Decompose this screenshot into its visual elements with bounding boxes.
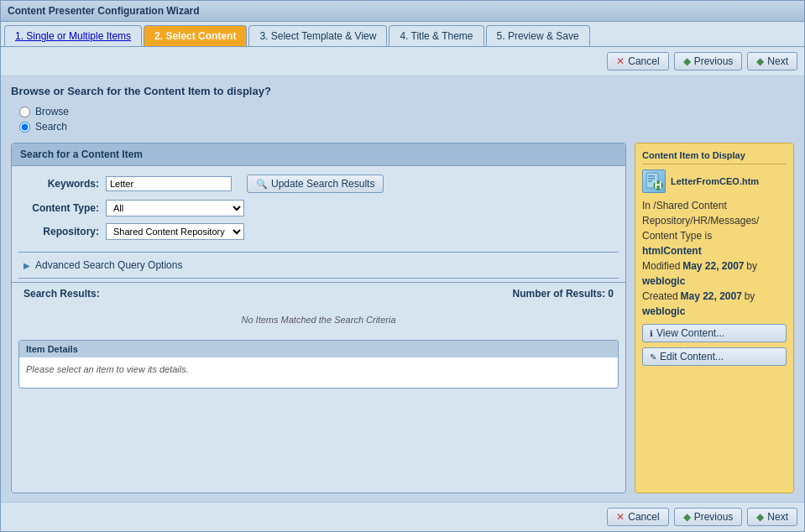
search-icon: 🔍: [256, 179, 268, 190]
tab-select-content[interactable]: 2. Select Content: [144, 25, 247, 46]
search-radio[interactable]: [19, 122, 30, 133]
svg-text:H: H: [655, 180, 662, 190]
content-item-panel: Content Item to Display H LetterFromCEO.…: [635, 143, 794, 493]
main-content: Browse or Search for the Content Item to…: [1, 76, 804, 502]
next-icon: ◆: [756, 55, 764, 67]
results-count: Number of Results: 0: [513, 288, 614, 300]
prev-icon: ◆: [683, 55, 691, 67]
info-icon: ℹ: [650, 329, 653, 338]
top-cancel-button[interactable]: ✕ Cancel: [607, 52, 668, 70]
content-type-select[interactable]: All: [106, 200, 244, 216]
content-type-label: Content Type:: [24, 202, 99, 214]
wizard-tabs: 1. Single or Multiple Items 2. Select Co…: [1, 22, 804, 47]
tab-preview-save[interactable]: 5. Preview & Save: [486, 25, 590, 46]
edit-icon: ✎: [650, 352, 656, 362]
wizard-title: Content Presenter Configuration Wizard: [8, 5, 200, 17]
bottom-previous-button[interactable]: ◆ Previous: [674, 508, 743, 526]
bottom-prev-icon: ◆: [683, 511, 691, 523]
tab-select-template[interactable]: 3. Select Template & View: [248, 25, 387, 46]
bottom-next-icon: ◆: [756, 511, 764, 523]
search-radio-label[interactable]: Search: [19, 121, 794, 133]
divider-2: [18, 278, 619, 279]
bottom-cancel-button[interactable]: ✕ Cancel: [607, 508, 668, 526]
bottom-cancel-icon: ✕: [616, 511, 625, 523]
browse-search-question: Browse or Search for the Content Item to…: [11, 85, 794, 97]
top-action-bar: ✕ Cancel ◆ Previous ◆ Next: [1, 47, 804, 76]
repository-label: Repository:: [24, 226, 99, 237]
repository-row: Repository: Shared Content Repository: [24, 223, 614, 240]
bottom-action-bar: ✕ Cancel ◆ Previous ◆ Next: [1, 502, 804, 531]
repository-select[interactable]: Shared Content Repository: [106, 223, 244, 240]
file-icon: H: [642, 170, 666, 193]
view-content-button[interactable]: ℹ View Content...: [642, 324, 787, 342]
wizard-title-bar: Content Presenter Configuration Wizard: [1, 1, 804, 22]
cancel-icon: ✕: [616, 55, 625, 67]
edit-content-button[interactable]: ✎ Edit Content...: [642, 347, 787, 366]
content-file-row: H LetterFromCEO.htm: [642, 170, 787, 193]
wizard-container: Content Presenter Configuration Wizard 1…: [0, 0, 805, 532]
radio-group: Browse Search: [11, 106, 794, 133]
tab-single-multiple[interactable]: 1. Single or Multiple Items: [4, 25, 142, 46]
search-results-header: Search Results: Number of Results: 0: [12, 282, 625, 305]
item-details-header: Item Details: [19, 341, 618, 357]
top-previous-button[interactable]: ◆ Previous: [674, 52, 743, 70]
browse-radio[interactable]: [19, 107, 30, 117]
advanced-arrow-icon: ▶: [24, 261, 30, 270]
content-type-row: Content Type: All: [24, 200, 614, 216]
file-svg-icon: H: [645, 172, 663, 190]
two-col-layout: Search for a Content Item Keywords: 🔍 Up…: [11, 143, 794, 493]
content-panel-header: Content Item to Display: [642, 150, 787, 164]
keywords-input[interactable]: [106, 176, 232, 191]
search-panel-header: Search for a Content Item: [12, 143, 625, 166]
search-panel: Search for a Content Item Keywords: 🔍 Up…: [11, 143, 626, 493]
content-filename: LetterFromCEO.htm: [671, 176, 759, 186]
no-results-message: No Items Matched the Search Criteria: [12, 305, 625, 335]
browse-radio-label[interactable]: Browse: [19, 106, 794, 117]
keywords-label: Keywords:: [24, 178, 99, 190]
advanced-search-toggle[interactable]: ▶ Advanced Search Query Options: [12, 256, 625, 274]
search-fields: Keywords: 🔍 Update Search Results Conten…: [12, 166, 625, 248]
bottom-next-button[interactable]: ◆ Next: [747, 508, 797, 526]
divider-1: [18, 252, 619, 253]
item-details-body: Please select an item to view its detail…: [19, 357, 618, 388]
keywords-row: Keywords: 🔍 Update Search Results: [24, 175, 614, 193]
svg-rect-3: [648, 180, 652, 182]
update-search-button[interactable]: 🔍 Update Search Results: [247, 175, 384, 193]
content-meta: In /Shared Content Repository/HR/Message…: [642, 198, 787, 319]
tab-title-theme[interactable]: 4. Title & Theme: [389, 25, 484, 46]
item-details-section: Item Details Please select an item to vi…: [18, 340, 619, 389]
repository-select-wrap: Shared Content Repository: [106, 223, 244, 240]
top-next-button[interactable]: ◆ Next: [747, 52, 797, 70]
results-label: Search Results:: [24, 288, 100, 300]
svg-rect-1: [648, 175, 655, 177]
